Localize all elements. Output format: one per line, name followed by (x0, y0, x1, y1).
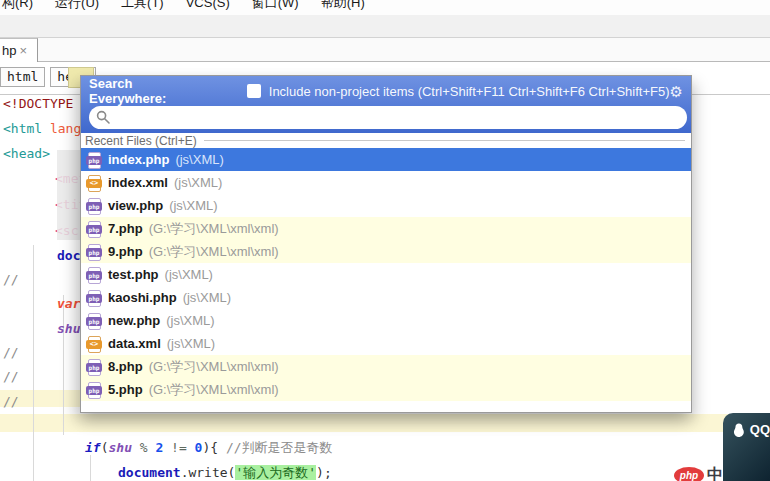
menu-item[interactable]: 窗口(W) (252, 0, 299, 13)
file-name: 7.php (108, 221, 143, 236)
file-name: new.php (108, 313, 160, 328)
file-path: (G:\学习\XML\xml\xml) (149, 220, 279, 238)
checkbox-label[interactable]: Include non-project items (Ctrl+Shift+F1… (269, 84, 670, 99)
file-name: 5.php (108, 382, 143, 397)
file-icon (86, 336, 102, 352)
file-path: (js\XML) (167, 336, 215, 351)
popup-header: Search Everywhere: Include non-project i… (81, 76, 691, 133)
file-path: (js\XML) (174, 175, 222, 190)
file-icon (86, 382, 102, 398)
file-icon (86, 267, 102, 283)
qq-chat-widget[interactable]: QQ (723, 413, 770, 481)
indent-guide (90, 455, 91, 481)
list-item[interactable]: 7.php (G:\学习\XML\xml\xml) (81, 217, 691, 240)
code-line: shu (57, 321, 80, 337)
file-name: view.php (108, 198, 163, 213)
php-logo-badge: php (674, 467, 704, 481)
file-name: data.xml (108, 336, 161, 351)
file-path: (G:\学习\XML\xml\xml) (149, 381, 279, 399)
tab-label: hp (2, 43, 16, 58)
menu-item[interactable]: 工具(T) (121, 0, 164, 13)
list-item[interactable]: index.php (js\XML) (81, 148, 691, 171)
file-icon (86, 198, 102, 214)
code-line: // (3, 272, 19, 288)
list-item[interactable]: data.xml (js\XML) (81, 332, 691, 355)
file-icon (86, 221, 102, 237)
file-icon (86, 152, 102, 168)
code-line: <!DOCTYPE (3, 96, 73, 112)
file-name: 8.php (108, 359, 143, 374)
menu-item[interactable]: 运行(U) (55, 0, 99, 13)
code-line: <head> (3, 146, 50, 162)
list-item[interactable]: view.php (js\XML) (81, 194, 691, 217)
file-path: (js\XML) (183, 290, 231, 305)
file-icon (86, 313, 102, 329)
recent-files-list: index.php (js\XML) index.xml (js\XML) vi… (81, 148, 691, 401)
file-path: (js\XML) (169, 198, 217, 213)
menu-item[interactable]: VCS(S) (186, 0, 230, 13)
tab-close-icon[interactable]: × (19, 46, 27, 56)
list-item[interactable]: new.php (js\XML) (81, 309, 691, 332)
menu-item[interactable]: 帮助(H) (321, 0, 365, 13)
menu-item[interactable]: 构(R) (2, 0, 33, 13)
popup-shadow (57, 150, 80, 240)
file-name: kaoshi.php (108, 290, 177, 305)
list-item[interactable]: 5.php (G:\学习\XML\xml\xml) (81, 378, 691, 401)
code-line: // (3, 369, 19, 385)
file-icon (86, 359, 102, 375)
toolbar-strip (0, 15, 770, 38)
tab-strip (38, 38, 770, 62)
recent-files-section-header: Recent Files (Ctrl+E) (81, 133, 691, 148)
search-everywhere-popup: Search Everywhere: Include non-project i… (80, 75, 692, 413)
file-name: index.php (108, 152, 169, 167)
list-item[interactable]: 9.php (G:\学习\XML\xml\xml) (81, 240, 691, 263)
file-name: test.php (108, 267, 159, 282)
list-item[interactable]: test.php (js\XML) (81, 263, 691, 286)
breadcrumb-item[interactable]: html (0, 67, 45, 87)
indent-guide (33, 245, 34, 481)
gear-icon[interactable]: ⚙ (670, 84, 683, 99)
file-icon (86, 175, 102, 191)
file-path: (G:\学习\XML\xml\xml) (149, 243, 279, 261)
ide-window: 构(R) 运行(U) 工具(T) VCS(S) 窗口(W) 帮助(H) hp × (0, 0, 770, 481)
qq-penguin-icon (731, 422, 747, 439)
menu-bar: 构(R) 运行(U) 工具(T) VCS(S) 窗口(W) 帮助(H) (0, 0, 770, 15)
code-line: // (3, 394, 19, 410)
indent-guide (63, 295, 64, 435)
list-item[interactable]: 8.php (G:\学习\XML\xml\xml) (81, 355, 691, 378)
tab-index-php[interactable]: hp × (0, 38, 38, 62)
line-highlight (0, 414, 770, 432)
popup-title: Search Everywhere: (89, 76, 201, 106)
code-line: document.write('输入为奇数'); (118, 465, 332, 481)
code-line: var (57, 296, 80, 312)
file-path: (js\XML) (166, 313, 214, 328)
section-rule (204, 140, 685, 141)
list-item[interactable]: kaoshi.php (js\XML) (81, 286, 691, 309)
code-line: <html lang (3, 121, 81, 137)
code-line: if(shu % 2 != 0){ //判断是否是奇数 (85, 440, 333, 456)
file-path: (js\XML) (175, 152, 223, 167)
file-name: index.xml (108, 175, 168, 190)
file-path: (js\XML) (165, 267, 213, 282)
qq-label: QQ (750, 422, 770, 437)
include-non-project-checkbox[interactable] (247, 84, 261, 98)
section-label: Recent Files (Ctrl+E) (85, 134, 197, 148)
list-item[interactable]: index.xml (js\XML) (81, 171, 691, 194)
file-path: (G:\学习\XML\xml\xml) (149, 358, 279, 376)
editor-tab-bar: hp × (0, 38, 770, 62)
search-icon (96, 110, 111, 125)
file-name: 9.php (108, 244, 143, 259)
file-icon (86, 290, 102, 306)
file-icon (86, 244, 102, 260)
search-input[interactable] (89, 106, 687, 129)
code-line: // (3, 345, 19, 361)
